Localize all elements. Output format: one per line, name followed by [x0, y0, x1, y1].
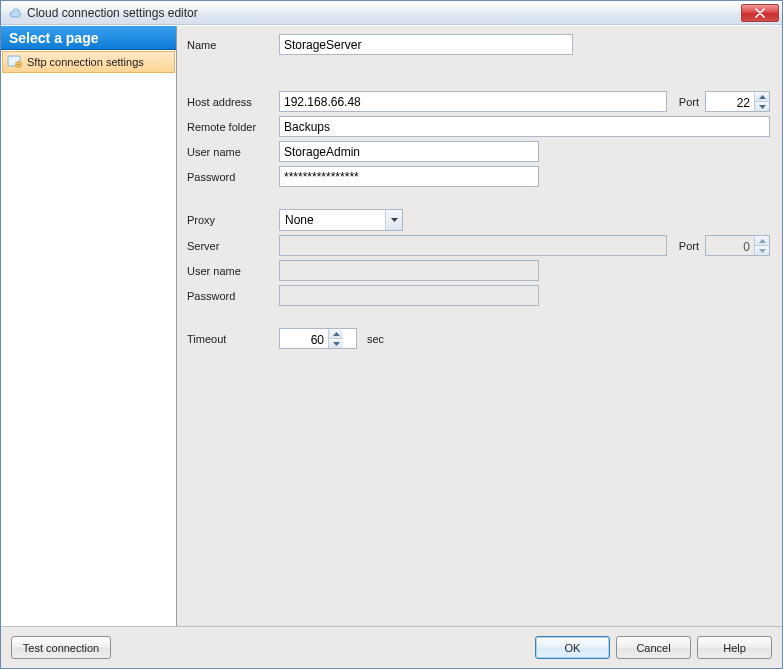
- sidebar-item-sftp-settings[interactable]: Sftp connection settings: [2, 51, 175, 73]
- port-up-button[interactable]: [755, 92, 769, 102]
- chevron-up-icon: [333, 332, 340, 336]
- proxy-combobox[interactable]: None: [279, 209, 403, 231]
- host-label: Host address: [187, 96, 273, 108]
- content-panel: Name Host address Port: [177, 26, 782, 626]
- proxy-port-spinner: [705, 235, 770, 256]
- proxy-password-input: [279, 285, 539, 306]
- proxy-selected-value: None: [280, 210, 385, 230]
- port-spinner[interactable]: [705, 91, 770, 112]
- cancel-button[interactable]: Cancel: [616, 636, 691, 659]
- chevron-down-icon: [759, 105, 766, 109]
- port-down-button[interactable]: [755, 102, 769, 111]
- sidebar: Select a page Sftp connection settings: [1, 26, 177, 626]
- titlebar: Cloud connection settings editor: [1, 1, 782, 25]
- close-button[interactable]: [741, 4, 779, 22]
- name-label: Name: [187, 39, 273, 51]
- timeout-down-button[interactable]: [329, 339, 343, 348]
- proxy-port-label: Port: [679, 240, 699, 252]
- ok-button[interactable]: OK: [535, 636, 610, 659]
- chevron-down-icon: [391, 218, 398, 222]
- settings-page-icon: [7, 54, 23, 70]
- close-icon: [755, 8, 765, 18]
- dialog-window: Cloud connection settings editor Select …: [0, 0, 783, 669]
- proxy-label: Proxy: [187, 214, 273, 226]
- cloud-icon: [7, 5, 23, 21]
- host-address-input[interactable]: [279, 91, 667, 112]
- timeout-input[interactable]: [280, 329, 328, 350]
- port-input[interactable]: [706, 92, 754, 113]
- name-input[interactable]: [279, 34, 573, 55]
- settings-form: Name Host address Port: [187, 34, 770, 349]
- timeout-unit: sec: [367, 333, 384, 345]
- proxy-password-label: Password: [187, 290, 273, 302]
- username-input[interactable]: [279, 141, 539, 162]
- remote-folder-input[interactable]: [279, 116, 770, 137]
- timeout-label: Timeout: [187, 333, 273, 345]
- dialog-body: Select a page Sftp connection settings N…: [1, 25, 782, 626]
- proxy-username-input: [279, 260, 539, 281]
- password-label: Password: [187, 171, 273, 183]
- chevron-down-icon: [759, 249, 766, 253]
- sidebar-item-label: Sftp connection settings: [27, 56, 144, 68]
- sidebar-header: Select a page: [1, 26, 176, 50]
- timeout-spinner[interactable]: [279, 328, 357, 349]
- footer: Test connection OK Cancel Help: [1, 626, 782, 668]
- timeout-up-button[interactable]: [329, 329, 343, 339]
- proxy-username-label: User name: [187, 265, 273, 277]
- proxy-server-label: Server: [187, 240, 273, 252]
- proxy-server-input: [279, 235, 667, 256]
- test-connection-button[interactable]: Test connection: [11, 636, 111, 659]
- proxy-port-down-button: [755, 246, 769, 255]
- help-button[interactable]: Help: [697, 636, 772, 659]
- remote-folder-label: Remote folder: [187, 121, 273, 133]
- username-label: User name: [187, 146, 273, 158]
- window-title: Cloud connection settings editor: [27, 6, 741, 20]
- proxy-port-up-button: [755, 236, 769, 246]
- proxy-dropdown-button[interactable]: [385, 210, 402, 230]
- proxy-port-input: [706, 236, 754, 257]
- chevron-up-icon: [759, 95, 766, 99]
- port-label: Port: [679, 96, 699, 108]
- password-input[interactable]: [279, 166, 539, 187]
- chevron-down-icon: [333, 342, 340, 346]
- chevron-up-icon: [759, 239, 766, 243]
